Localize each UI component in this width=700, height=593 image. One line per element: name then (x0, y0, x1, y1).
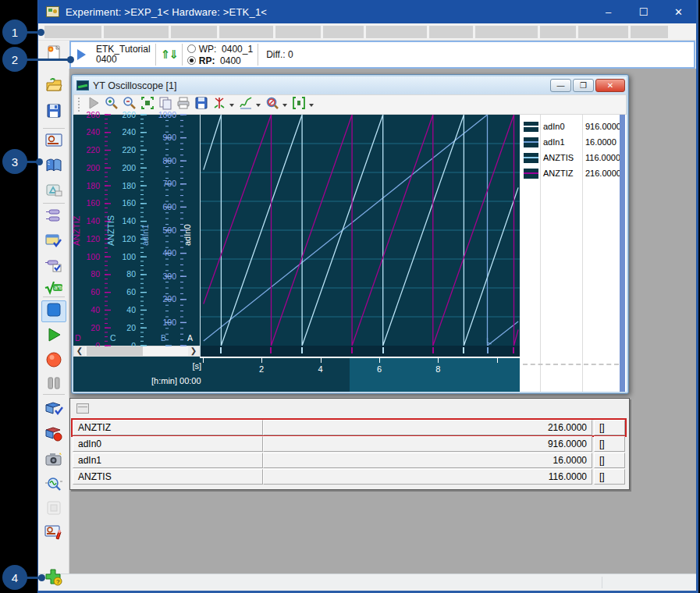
delta-config-icon (44, 182, 63, 202)
oscilloscope-plot[interactable] (200, 115, 520, 346)
wrap-marker (382, 347, 384, 353)
svg-text:260: 260 (122, 110, 136, 119)
sidebar-screen-edit-button[interactable] (41, 523, 66, 545)
svg-text:600: 600 (162, 202, 176, 211)
sidebar-record-button[interactable] (41, 350, 66, 372)
oscilloscope-window[interactable]: YT Oscilloscope [1] —❐✕ ANZTIZ0204060801… (71, 74, 629, 394)
sidebar-window-check-button[interactable] (41, 231, 66, 253)
sidebar-delta-config-button[interactable] (41, 181, 66, 203)
measure-row-adIn0[interactable]: adIn0 916.0000 [] (73, 436, 625, 452)
sidebar-book-record-button[interactable] (41, 424, 66, 446)
minimize-button[interactable]: – (591, 0, 626, 23)
zoom-off-dropdown-icon[interactable] (282, 104, 287, 109)
svg-text:240: 240 (122, 127, 136, 137)
menu-item-1[interactable] (104, 26, 169, 38)
new-experiment-button[interactable] (38, 41, 69, 69)
menu-item-10[interactable] (578, 26, 628, 38)
scrollbar-thumb[interactable] (87, 346, 143, 356)
osc-minimize-button[interactable]: — (550, 79, 571, 92)
scrollbar-track[interactable] (85, 346, 188, 356)
wp-radio-row[interactable]: WP: 0400_1 (187, 44, 253, 55)
scroll-left-icon[interactable]: ❮ (74, 346, 85, 356)
svg-text:B: B (161, 333, 166, 343)
table-icon[interactable] (76, 403, 89, 414)
legend-row[interactable]: ANZTIS 116.0000 (520, 150, 627, 165)
sidebar-display-editor-button[interactable] (41, 131, 66, 153)
toolbar-grip[interactable] (78, 98, 81, 112)
measure-row-ANZTIZ[interactable]: ANZTIZ 216.0000 [] (73, 420, 625, 435)
legend-signal-name: ANZTIZ (543, 169, 574, 178)
start-measure-icon (44, 325, 63, 347)
sidebar-memory-page-button[interactable] (41, 499, 66, 520)
osc-curve-style-button[interactable] (238, 97, 254, 112)
formula-sqrt-icon: a*b (44, 278, 64, 298)
measure-unit: [] (594, 420, 625, 435)
sidebar-pause-button[interactable] (41, 374, 66, 396)
sidebar-instrument-check-button[interactable] (41, 256, 66, 278)
sidebar-toolbar: a*b ? (38, 69, 69, 573)
legend-signal-value: 916.0000 (585, 122, 621, 131)
osc-zoom-off-button[interactable] (265, 97, 280, 112)
fit-width-dropdown-icon[interactable] (309, 104, 314, 109)
sidebar-search-wave-button[interactable] (41, 474, 66, 496)
legend-signal-value: 116.0000 (585, 153, 620, 162)
measure-row-ANZTIS[interactable]: ANZTIS 116.0000 [] (73, 469, 625, 485)
hardware-toolbar: ETK_Tutorial 0400 ⇑⇓ WP: 0400_1 RP: 0400 (38, 41, 696, 69)
menu-item-6[interactable] (366, 26, 427, 38)
sidebar-open-folder-button[interactable] (41, 76, 66, 98)
osc-zoom-fit-button[interactable] (140, 97, 155, 112)
menu-item-2[interactable] (171, 26, 217, 38)
menu-bar[interactable] (38, 23, 696, 41)
menu-item-9[interactable] (540, 26, 576, 38)
menu-item-11[interactable] (631, 26, 668, 38)
osc-print-button[interactable] (176, 97, 191, 112)
rp-radio-row[interactable]: RP: 0400 (187, 55, 253, 66)
gutter-scrollbar[interactable]: ❮ ❯ (73, 346, 200, 357)
menu-item-7[interactable] (429, 26, 473, 38)
menu-item-0[interactable] (44, 26, 101, 38)
osc-signal-config-button[interactable] (211, 97, 227, 112)
oscilloscope-titlebar[interactable]: YT Oscilloscope [1] —❐✕ (73, 76, 627, 94)
legend-scrollbar[interactable] (620, 115, 625, 392)
legend-row[interactable]: ANZTIZ 216.0000 (520, 165, 627, 181)
sidebar-formula-sqrt-button[interactable]: a*b (41, 277, 66, 299)
sidebar-start-measure-button[interactable] (41, 325, 66, 347)
measure-unit: [] (594, 453, 625, 468)
osc-save-button[interactable] (194, 97, 209, 112)
scroll-right-icon[interactable]: ❯ (188, 346, 199, 356)
menu-item-3[interactable] (219, 26, 273, 38)
sidebar-stop-measure-button[interactable] (41, 300, 66, 322)
time-unit-label: [s] (181, 361, 201, 371)
wp-radio[interactable] (187, 44, 196, 53)
measure-row-adIn1[interactable]: adIn1 16.0000 [] (73, 453, 625, 468)
app-titlebar[interactable]: Experiment: >EXP_1< Hardware: >ETK_1< –☐… (38, 0, 696, 23)
sidebar-save-floppy-button[interactable] (41, 101, 66, 123)
memory-sync-icon[interactable]: ⇑⇓ (161, 48, 177, 62)
measure-name: adIn0 (73, 436, 263, 452)
osc-close-button[interactable]: ✕ (595, 79, 625, 92)
time-tick (497, 358, 498, 363)
osc-zoom-in-button[interactable] (104, 97, 119, 112)
sidebar-camera-snapshot-button[interactable] (41, 449, 66, 471)
legend-row[interactable]: adIn1 16.0000 (520, 134, 627, 150)
menu-item-5[interactable] (323, 26, 364, 38)
wrap-marker (301, 347, 303, 353)
rp-radio[interactable] (187, 56, 196, 65)
osc-restore-button[interactable]: ❐ (573, 79, 594, 92)
sidebar-documentation-book-button[interactable] (41, 156, 66, 178)
sidebar-instrument-pair-button[interactable] (41, 206, 66, 228)
app-window: Experiment: >EXP_1< Hardware: >ETK_1< –☐… (37, 0, 698, 593)
menu-item-8[interactable] (475, 26, 538, 38)
svg-text:200: 200 (122, 163, 136, 172)
osc-fit-width-button[interactable] (291, 97, 307, 112)
signal-config-dropdown-icon[interactable] (229, 104, 234, 109)
stop-measure-icon (44, 300, 63, 322)
menu-item-4[interactable] (275, 26, 321, 38)
close-button[interactable]: ✕ (661, 0, 696, 23)
legend-row[interactable]: adIn0 916.0000 (520, 119, 627, 134)
curve-style-dropdown-icon[interactable] (256, 104, 261, 109)
sidebar-book-check-button[interactable] (41, 399, 66, 421)
time-axis[interactable]: 2468[s][h:min] 00:00 (73, 357, 520, 392)
wrap-marker (463, 347, 464, 353)
maximize-button[interactable]: ☐ (626, 0, 661, 23)
